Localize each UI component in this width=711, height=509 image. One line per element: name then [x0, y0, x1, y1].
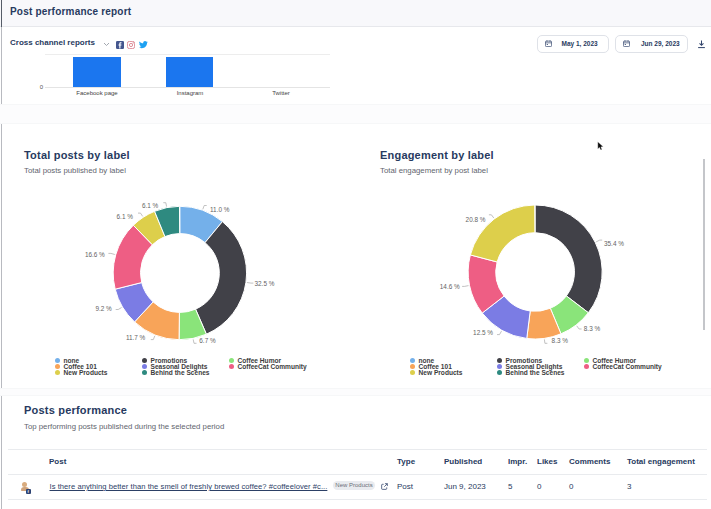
svg-text:8.3 %: 8.3 % — [552, 337, 569, 344]
svg-text:14.6 %: 14.6 % — [440, 283, 460, 290]
svg-text:20.8 %: 20.8 % — [466, 216, 486, 223]
svg-text:6.7 %: 6.7 % — [199, 337, 216, 344]
svg-text:6.1 %: 6.1 % — [142, 202, 159, 209]
svg-text:11.0 %: 11.0 % — [210, 206, 230, 213]
svg-text:35.4 %: 35.4 % — [604, 240, 624, 247]
svg-text:6.1 %: 6.1 % — [117, 213, 134, 220]
svg-text:12.5 %: 12.5 % — [473, 329, 493, 336]
svg-text:9.2 %: 9.2 % — [95, 305, 112, 312]
svg-text:16.6 %: 16.6 % — [85, 251, 105, 258]
svg-text:11.7 %: 11.7 % — [126, 334, 146, 341]
svg-text:8.3 %: 8.3 % — [584, 325, 601, 332]
svg-text:32.5 %: 32.5 % — [255, 280, 275, 287]
